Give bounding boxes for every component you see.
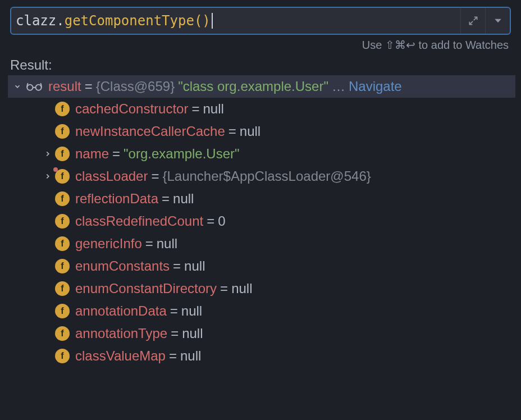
field-icon: f	[55, 304, 70, 318]
tree-toggle[interactable]	[40, 172, 55, 180]
field-value: "org.example.User"	[124, 146, 239, 162]
field-value: null	[184, 258, 205, 274]
expression-bar: clazz.getComponentType()	[10, 7, 511, 35]
result-label: Result:	[10, 57, 521, 73]
field-name: classLoader	[75, 168, 148, 184]
add-to-watches-hint: Use ⇧⌘↩ to add to Watches	[0, 38, 509, 52]
root-name: result	[48, 79, 81, 94]
result-tree: result = {Class@659} "class org.example.…	[8, 75, 515, 367]
chevron-down-icon	[492, 15, 504, 26]
field-value: 0	[218, 213, 225, 229]
expression-input[interactable]: clazz.getComponentType()	[11, 8, 460, 34]
field-icon: f	[55, 259, 70, 273]
tree-field-row[interactable]: fclassRedefinedCount=0	[8, 210, 515, 232]
tree-toggle[interactable]	[10, 83, 25, 90]
field-icon: f	[55, 281, 70, 296]
expr-object: clazz	[16, 13, 56, 29]
tree-root-row[interactable]: result = {Class@659} "class org.example.…	[8, 75, 515, 98]
navigate-link[interactable]: Navigate	[349, 79, 402, 94]
field-icon: f	[55, 214, 70, 229]
field-eq: =	[173, 258, 181, 274]
field-value: {Launcher$AppClassLoader@546}	[162, 168, 371, 184]
field-eq: =	[169, 348, 177, 364]
field-eq: =	[171, 326, 179, 341]
field-eq: =	[191, 101, 199, 117]
field-icon: f	[55, 102, 70, 116]
expand-button[interactable]	[460, 8, 485, 34]
tree-toggle[interactable]	[40, 150, 55, 158]
root-type: {Class@659}	[96, 79, 175, 94]
field-icon: f	[55, 326, 70, 341]
chevron-down-icon	[13, 83, 21, 90]
field-eq: =	[220, 281, 228, 296]
field-value: null	[182, 326, 203, 341]
field-eq: =	[170, 303, 178, 319]
field-eq: =	[207, 213, 214, 229]
field-name: reflectionData	[75, 191, 158, 207]
tree-field-row[interactable]: fclassLoader={Launcher$AppClassLoader@54…	[8, 165, 515, 188]
tree-field-row[interactable]: fnewInstanceCallerCache=null	[8, 120, 515, 143]
field-name: enumConstantDirectory	[75, 281, 217, 296]
tree-field-row[interactable]: fenumConstantDirectory=null	[8, 277, 515, 300]
field-name: classRedefinedCount	[75, 213, 203, 229]
field-value: null	[240, 124, 260, 139]
field-name: genericInfo	[75, 236, 142, 252]
field-name: annotationData	[75, 303, 167, 319]
field-icon: f	[55, 191, 70, 206]
field-name: enumConstants	[75, 258, 170, 274]
field-name: newInstanceCallerCache	[75, 124, 225, 139]
field-icon: f	[55, 124, 70, 139]
field-value: null	[203, 101, 223, 117]
expr-method: getComponentType	[65, 13, 194, 29]
tree-field-row[interactable]: fclassValueMap=null	[8, 345, 515, 367]
tree-field-row[interactable]: fenumConstants=null	[8, 255, 515, 277]
svg-point-0	[27, 85, 33, 90]
chevron-right-icon	[44, 150, 52, 158]
text-caret	[212, 13, 213, 29]
field-icon: f	[55, 349, 70, 363]
field-eq: =	[151, 168, 159, 184]
watch-icon	[25, 81, 44, 92]
expr-paren-close: )	[202, 13, 210, 29]
field-eq: =	[162, 191, 170, 207]
expand-icon	[468, 15, 479, 26]
root-eq: =	[85, 79, 93, 94]
field-icon: f	[55, 236, 70, 251]
expr-dot: .	[56, 13, 64, 29]
tree-field-row[interactable]: fname="org.example.User"	[8, 143, 515, 165]
root-value: "class org.example.User"	[178, 79, 328, 94]
field-value: null	[181, 303, 202, 319]
field-icon: f	[55, 169, 70, 184]
field-name: classValueMap	[75, 348, 166, 364]
svg-point-1	[36, 85, 42, 90]
tree-field-row[interactable]: fannotationType=null	[8, 322, 515, 345]
root-ellipsis: …	[332, 79, 345, 94]
field-name: annotationType	[75, 326, 167, 341]
chevron-right-icon	[44, 172, 52, 180]
field-name: name	[75, 146, 109, 162]
tree-field-row[interactable]: fannotationData=null	[8, 300, 515, 322]
field-eq: =	[228, 124, 236, 139]
tree-field-row[interactable]: fgenericInfo=null	[8, 232, 515, 255]
tree-field-row[interactable]: freflectionData=null	[8, 188, 515, 210]
tree-field-row[interactable]: fcachedConstructor=null	[8, 98, 515, 120]
field-name: cachedConstructor	[75, 101, 188, 117]
expr-paren-open: (	[194, 13, 202, 29]
field-icon: f	[55, 147, 70, 161]
field-value: null	[157, 236, 177, 252]
field-value: null	[180, 348, 201, 364]
field-eq: =	[145, 236, 153, 252]
field-eq: =	[112, 146, 120, 162]
field-value: null	[231, 281, 252, 296]
history-dropdown-button[interactable]	[485, 8, 510, 34]
field-value: null	[173, 191, 194, 207]
